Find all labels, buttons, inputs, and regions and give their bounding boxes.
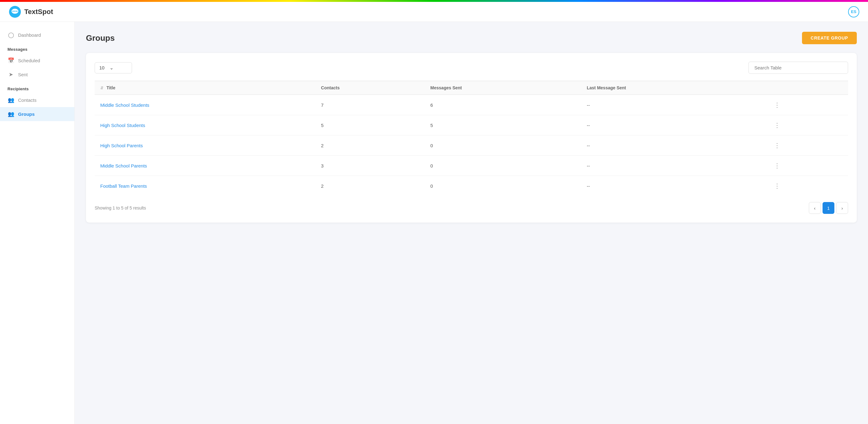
next-page-button[interactable]: ›: [836, 202, 848, 214]
prev-page-button[interactable]: ‹: [809, 202, 821, 214]
cell-actions: ⋮: [766, 176, 848, 196]
sidebar-item-scheduled[interactable]: 📅 Scheduled: [0, 54, 74, 67]
group-link[interactable]: Middle School Parents: [100, 163, 147, 169]
cell-messages-sent: 0: [425, 176, 581, 196]
table-body: Middle School Students 7 6 -- ⋮ High Sch…: [95, 95, 848, 196]
sidebar-item-sent[interactable]: ➤ Sent: [0, 67, 74, 82]
table-footer: Showing 1 to 5 of 5 results ‹ 1 ›: [95, 202, 848, 214]
rows-per-page-value: 10: [99, 65, 104, 70]
cell-last-message-sent: --: [581, 156, 766, 176]
cell-contacts: 5: [315, 115, 425, 135]
table-row: Middle School Parents 3 0 -- ⋮: [95, 156, 848, 176]
row-actions-button[interactable]: ⋮: [772, 100, 783, 110]
recipients-section-label: Recipients: [0, 82, 74, 93]
cell-messages-sent: 0: [425, 135, 581, 156]
chevron-down-icon: ⌄: [110, 65, 114, 71]
cell-messages-sent: 5: [425, 115, 581, 135]
column-title-label: Title: [106, 85, 116, 90]
cell-messages-sent: 0: [425, 156, 581, 176]
table-row: High School Students 5 5 -- ⋮: [95, 115, 848, 135]
results-info: Showing 1 to 5 of 5 results: [95, 206, 146, 210]
column-actions: [766, 81, 848, 95]
layout: ◯ Dashboard Messages 📅 Scheduled ➤ Sent …: [0, 22, 868, 424]
group-link[interactable]: Middle School Students: [100, 102, 150, 108]
svg-point-4: [16, 10, 18, 12]
rows-per-page-select[interactable]: 10 ⌄: [95, 62, 132, 73]
column-last-message-sent-label: Last Message Sent: [587, 85, 626, 90]
sent-label: Sent: [18, 72, 28, 77]
table-row: Middle School Students 7 6 -- ⋮: [95, 95, 848, 115]
column-messages-sent-label: Messages Sent: [430, 85, 462, 90]
column-contacts-label: Contacts: [321, 85, 340, 90]
scheduled-icon: 📅: [7, 57, 14, 64]
search-input[interactable]: [748, 62, 848, 74]
cell-actions: ⋮: [766, 115, 848, 135]
group-link[interactable]: Football Team Parents: [100, 183, 147, 189]
create-group-button[interactable]: CREATE GROUP: [802, 32, 857, 44]
svg-point-3: [14, 10, 16, 12]
logo-text: TextSpot: [24, 8, 53, 16]
row-actions-button[interactable]: ⋮: [772, 161, 783, 171]
contacts-label: Contacts: [18, 97, 36, 103]
cell-title: Middle School Parents: [95, 156, 315, 176]
scheduled-label: Scheduled: [18, 58, 40, 63]
cell-title: Middle School Students: [95, 95, 315, 115]
cell-actions: ⋮: [766, 156, 848, 176]
row-actions-button[interactable]: ⋮: [772, 181, 783, 191]
column-title[interactable]: ⇵ Title: [95, 81, 315, 95]
contacts-icon: 👥: [7, 97, 14, 103]
cell-actions: ⋮: [766, 135, 848, 156]
cell-last-message-sent: --: [581, 135, 766, 156]
cell-messages-sent: 6: [425, 95, 581, 115]
messages-section-label: Messages: [0, 42, 74, 54]
dashboard-icon: ◯: [7, 32, 14, 38]
groups-table: ⇵ Title Contacts Messages Sent Last Mess…: [95, 81, 848, 196]
table-row: High School Parents 2 0 -- ⋮: [95, 135, 848, 156]
cell-contacts: 3: [315, 156, 425, 176]
header: TextSpot ES: [0, 2, 868, 22]
table-row: Football Team Parents 2 0 -- ⋮: [95, 176, 848, 196]
table-header-row: ⇵ Title Contacts Messages Sent Last Mess…: [95, 81, 848, 95]
page-header: Groups CREATE GROUP: [86, 32, 857, 44]
sidebar: ◯ Dashboard Messages 📅 Scheduled ➤ Sent …: [0, 22, 75, 424]
cell-last-message-sent: --: [581, 176, 766, 196]
cell-contacts: 2: [315, 135, 425, 156]
group-link[interactable]: High School Parents: [100, 143, 143, 148]
cell-last-message-sent: --: [581, 115, 766, 135]
sidebar-item-contacts[interactable]: 👥 Contacts: [0, 93, 74, 107]
page-1-button[interactable]: 1: [823, 202, 834, 214]
column-contacts: Contacts: [315, 81, 425, 95]
group-link[interactable]: High School Students: [100, 123, 145, 128]
main-content: Groups CREATE GROUP 10 ⌄ ⇵ Title: [75, 22, 868, 424]
cell-contacts: 2: [315, 176, 425, 196]
cell-last-message-sent: --: [581, 95, 766, 115]
table-header: ⇵ Title Contacts Messages Sent Last Mess…: [95, 81, 848, 95]
svg-point-2: [12, 10, 14, 12]
table-card: 10 ⌄ ⇵ Title Contacts: [86, 53, 857, 222]
textspot-logo-icon: [9, 6, 21, 18]
column-messages-sent: Messages Sent: [425, 81, 581, 95]
page-title: Groups: [86, 33, 115, 43]
sort-icon: ⇵: [100, 86, 103, 90]
cell-actions: ⋮: [766, 95, 848, 115]
cell-contacts: 7: [315, 95, 425, 115]
sidebar-item-groups[interactable]: 👥 Groups: [0, 107, 74, 121]
row-actions-button[interactable]: ⋮: [772, 120, 783, 130]
cell-title: Football Team Parents: [95, 176, 315, 196]
cell-title: High School Students: [95, 115, 315, 135]
cell-title: High School Parents: [95, 135, 315, 156]
user-avatar[interactable]: ES: [848, 6, 859, 18]
pagination: ‹ 1 ›: [809, 202, 848, 214]
logo-area: TextSpot: [9, 6, 53, 18]
sent-icon: ➤: [7, 71, 14, 78]
sidebar-item-dashboard[interactable]: ◯ Dashboard: [0, 28, 74, 42]
column-last-message-sent: Last Message Sent: [581, 81, 766, 95]
row-actions-button[interactable]: ⋮: [772, 141, 783, 150]
dashboard-label: Dashboard: [18, 32, 41, 38]
groups-label: Groups: [18, 112, 35, 117]
groups-icon: 👥: [7, 111, 14, 117]
table-controls: 10 ⌄: [95, 62, 848, 74]
